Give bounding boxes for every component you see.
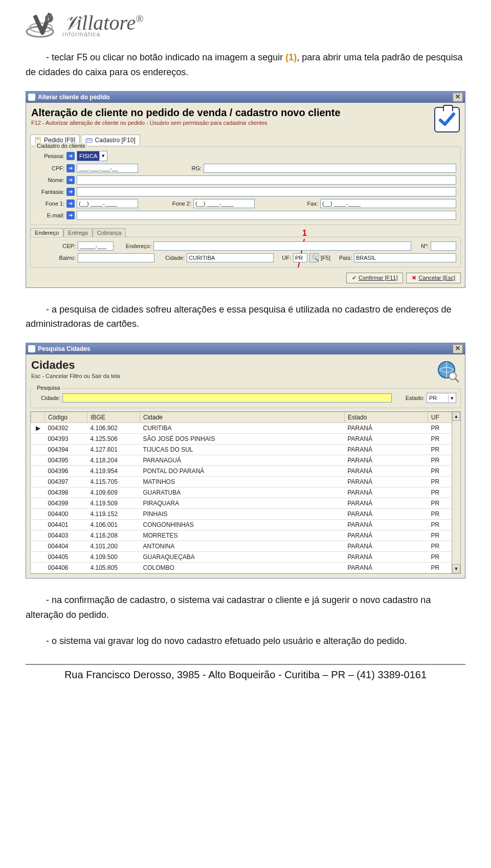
- svg-text:i: i: [48, 15, 49, 21]
- cidade-field[interactable]: CURITIBA: [187, 253, 274, 262]
- scroll-down-icon[interactable]: ▼: [452, 564, 460, 573]
- subtab-endereco[interactable]: Endereço: [30, 228, 63, 237]
- fone2-field[interactable]: (__) ____-____: [193, 199, 255, 208]
- pessoa-combo[interactable]: FISICA▾: [77, 151, 107, 161]
- table-row[interactable]: 0043954.118.204PARANAGUÁPARANÁPR: [31, 455, 460, 466]
- close-button[interactable]: ✕: [453, 344, 463, 353]
- svg-rect-4: [36, 137, 40, 143]
- row-pointer: [31, 477, 45, 487]
- table-header: Código IBGE Cidade Estado UF: [31, 412, 460, 423]
- close-button[interactable]: ✕: [453, 93, 463, 102]
- cidades-table: Código IBGE Cidade Estado UF ▶0043924.10…: [31, 412, 460, 573]
- confirm-button[interactable]: ✔Confirmar [F11]: [346, 273, 403, 283]
- pais-field[interactable]: BRASIL: [354, 253, 456, 262]
- window-title: Alterar cliente do pedido: [38, 94, 110, 101]
- f5-hint: [F5]: [321, 255, 330, 261]
- paragraph-2: - a pesquisa de cidades sofreu alteraçõe…: [26, 302, 465, 332]
- svg-point-8: [87, 139, 89, 141]
- titlebar: Alterar cliente do pedido ✕: [26, 92, 465, 103]
- row-pointer: [31, 552, 45, 563]
- row-pointer: [31, 563, 45, 573]
- table-row[interactable]: 0043964.119.954PONTAL DO PARANÁPARANÁPR: [31, 466, 460, 477]
- row-pointer: [31, 498, 45, 509]
- table-row[interactable]: 0043974.115.705MATINHOSPARANÁPR: [31, 477, 460, 487]
- subtab-cobranca[interactable]: Cobrança: [93, 228, 126, 237]
- panel-heading: Cidades: [31, 359, 120, 372]
- row-pointer: [31, 520, 45, 530]
- arrow-icon[interactable]: ➔: [66, 188, 75, 196]
- table-row[interactable]: 0044054.109.500GUARAQUEÇABAPARANÁPR: [31, 552, 460, 563]
- clipboard-check-icon: [434, 107, 460, 132]
- tab-cadastro[interactable]: Cadastro [F10]: [81, 135, 140, 145]
- cidade-search-field[interactable]: [62, 393, 392, 403]
- table-row[interactable]: 0044044.101.200ANTONINAPARANÁPR: [31, 541, 460, 552]
- titlebar: Pesquisa Cidades ✕: [26, 343, 465, 354]
- globe-search-icon: [435, 359, 460, 383]
- panel-subtext: Esc - Cancelar Filtro ou Sair da tela: [31, 373, 120, 379]
- estado-combo[interactable]: PR▾: [427, 393, 456, 403]
- row-pointer: ▶: [31, 423, 45, 434]
- bairro-field[interactable]: [78, 253, 154, 262]
- nome-field[interactable]: [77, 175, 456, 185]
- panel-heading: Alteração de cliente no pedido de venda …: [31, 107, 341, 119]
- group-legend: Cadastro do cliente: [35, 143, 87, 149]
- annotation-ref-1: (1): [285, 52, 297, 62]
- titlebar-icon: [28, 94, 35, 101]
- table-row[interactable]: 0043944.127.601TIJUCAS DO SULPARANÁPR: [31, 444, 460, 455]
- arrow-icon[interactable]: ➔: [66, 164, 75, 172]
- arrow-icon[interactable]: ➔: [66, 211, 75, 219]
- table-row[interactable]: 0044034.116.208MORRETESPARANÁPR: [31, 530, 460, 541]
- row-pointer: [31, 444, 45, 455]
- cancel-button[interactable]: ✖Cancelar [Esc]: [406, 273, 461, 283]
- table-row[interactable]: 0044014.106.001CONGONHINHASPARANÁPR: [31, 520, 460, 530]
- paragraph-4: - o sistema vai gravar log do novo cadas…: [26, 634, 465, 649]
- fantasia-field[interactable]: [77, 187, 456, 196]
- scrollbar[interactable]: ▲ ▼: [452, 412, 460, 573]
- svg-rect-5: [37, 138, 39, 139]
- row-pointer: [31, 509, 45, 520]
- fax-field[interactable]: (__) ____-____: [320, 199, 456, 208]
- svg-line-13: [455, 379, 459, 382]
- table-row[interactable]: 0043984.109.609GUARATUBAPARANÁPR: [31, 487, 460, 498]
- row-pointer: [31, 530, 45, 541]
- footer-divider: [26, 664, 465, 665]
- window-pesquisa-cidades: Pesquisa Cidades ✕ Cidades Esc - Cancela…: [26, 343, 465, 578]
- arrow-icon[interactable]: ➔: [66, 176, 75, 184]
- rg-field[interactable]: [204, 164, 456, 173]
- fone1-field[interactable]: (__) ____-____: [77, 199, 138, 208]
- panel-subtext: F12 - Autorizar alteração de cliente no …: [31, 120, 341, 126]
- table-row[interactable]: 0044064.105.805COLOMBOPARANÁPR: [31, 563, 460, 573]
- svg-point-12: [449, 372, 456, 380]
- titlebar-icon: [28, 345, 35, 352]
- uf-field[interactable]: PR: [293, 253, 307, 262]
- group-legend: Pesquisa: [35, 385, 62, 391]
- row-pointer: [31, 541, 45, 552]
- paragraph-3: - na confirmação de cadastro, o sistema …: [26, 593, 465, 622]
- svg-rect-6: [37, 139, 39, 140]
- row-pointer: [31, 455, 45, 466]
- svg-rect-9: [89, 139, 91, 140]
- row-pointer: [31, 487, 45, 498]
- subtab-entrega[interactable]: Entrega: [63, 228, 93, 237]
- email-field[interactable]: [77, 211, 456, 220]
- svg-rect-10: [89, 140, 91, 141]
- window-alterar-cliente: Alterar cliente do pedido ✕ Alteração de…: [26, 91, 465, 288]
- paragraph-1: - teclar F5 ou clicar no botão indicado …: [26, 50, 465, 80]
- table-row[interactable]: ▶0043924.106.902CURITIBAPARANÁPR: [31, 423, 460, 434]
- table-row[interactable]: 0043934.125.506SÃO JOSÉ DOS PINHAISPARAN…: [31, 434, 460, 444]
- cpf-field[interactable]: ___.___.___-__: [77, 164, 138, 173]
- cep-field[interactable]: _____-___: [78, 241, 114, 251]
- table-row[interactable]: 0044004.119.152PINHAISPARANÁPR: [31, 509, 460, 520]
- arrow-icon[interactable]: ➔: [66, 199, 75, 208]
- table-row[interactable]: 0043994.119.509PIRAQUARAPARANÁPR: [31, 498, 460, 509]
- row-pointer: [31, 434, 45, 444]
- company-logo: i 𝒱illatore® informática: [26, 10, 465, 41]
- numero-field[interactable]: [431, 241, 456, 251]
- footer-address: Rua Francisco Derosso, 3985 - Alto Boque…: [26, 669, 465, 681]
- window-title: Pesquisa Cidades: [38, 345, 91, 352]
- arrow-icon[interactable]: ➔: [66, 152, 75, 160]
- row-pointer: [31, 466, 45, 477]
- endereco-field[interactable]: [153, 241, 411, 251]
- search-icon[interactable]: 🔍: [309, 253, 319, 262]
- scroll-up-icon[interactable]: ▲: [452, 412, 460, 421]
